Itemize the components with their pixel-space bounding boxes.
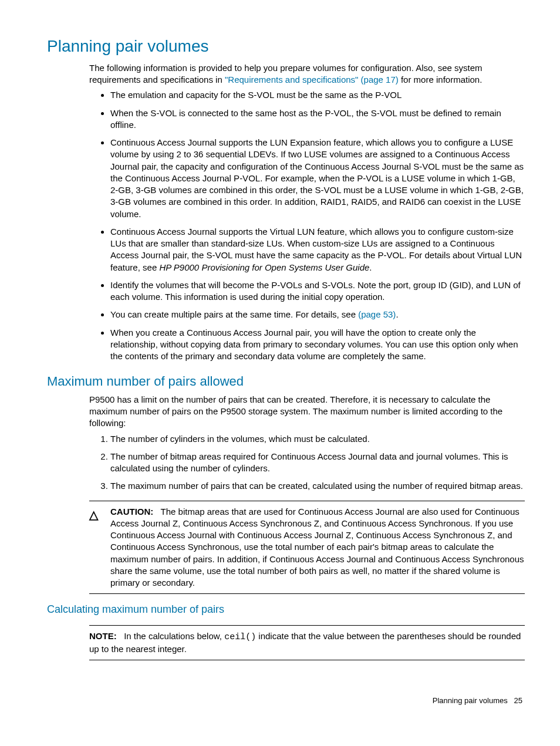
- footer-section-title: Planning pair volumes: [433, 696, 508, 705]
- heading-planning-pair-volumes: Planning pair volumes: [47, 35, 525, 58]
- b4-citation: HP P9000 Provisioning for Open Systems U…: [159, 262, 369, 272]
- list-item: The emulation and capacity for the S-VOL…: [110, 89, 525, 101]
- intro-text-post: for more information.: [399, 75, 483, 85]
- requirements-link[interactable]: "Requirements and specifications" (page …: [225, 75, 399, 85]
- list-item: When the S-VOL is connected to the same …: [110, 107, 525, 131]
- b6-post: .: [396, 309, 398, 319]
- heading-maximum-number-of-pairs: Maximum number of pairs allowed: [47, 373, 525, 390]
- planning-bullet-list: The emulation and capacity for the S-VOL…: [89, 89, 525, 362]
- intro-paragraph: The following information is provided to…: [89, 62, 525, 86]
- max-ordered-list: The number of cylinders in the volumes, …: [89, 433, 525, 492]
- note-label: NOTE:: [89, 631, 117, 641]
- caution-body-text: The bitmap areas that are used for Conti…: [110, 507, 524, 588]
- list-item: Identify the volumes that will become th…: [110, 279, 525, 303]
- note-admonition: NOTE: In the calculations below, ceil() …: [89, 625, 525, 661]
- note-mono: ceil(): [224, 632, 256, 642]
- list-item: You can create multiple pairs at the sam…: [110, 309, 525, 320]
- caution-label: CAUTION:: [110, 507, 153, 517]
- list-item: The maximum number of pairs that can be …: [110, 480, 525, 492]
- footer-page-number: 25: [514, 696, 522, 705]
- list-item: Continuous Access Journal supports the V…: [110, 226, 525, 274]
- list-item: The number of cylinders in the volumes, …: [110, 433, 525, 445]
- max-intro-paragraph: P9500 has a limit on the number of pairs…: [89, 394, 525, 430]
- note-pre: In the calculations below,: [124, 631, 224, 641]
- page-footer: Planning pair volumes 25: [47, 696, 525, 706]
- list-item: The number of bitmap areas required for …: [110, 451, 525, 475]
- b4-post: .: [369, 262, 372, 272]
- b6-pre: You can create multiple pairs at the sam…: [110, 309, 358, 319]
- list-item: Continuous Access Journal supports the L…: [110, 137, 525, 220]
- caution-admonition: △ CAUTION: The bitmap areas that are use…: [89, 501, 525, 595]
- list-item: When you create a Continuous Access Jour…: [110, 327, 525, 363]
- page-53-link[interactable]: (page 53): [358, 309, 396, 319]
- caution-icon: △: [89, 506, 110, 589]
- heading-calculating-max-pairs: Calculating maximum number of pairs: [47, 602, 525, 616]
